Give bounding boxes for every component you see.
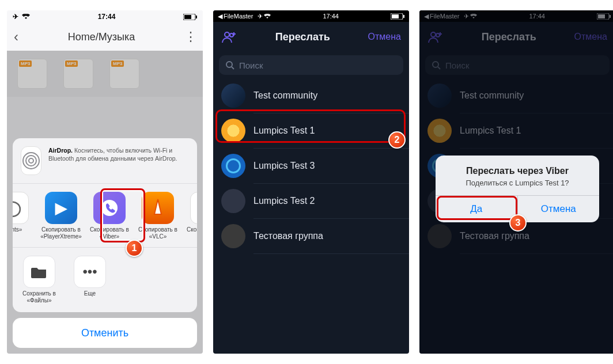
airdrop-row[interactable]: AirDrop. Коснитесь, чтобы включить Wi-Fi… bbox=[13, 138, 197, 183]
share-app-ments[interactable]: ◯ ments» bbox=[13, 192, 33, 241]
battery-icon bbox=[183, 14, 197, 20]
chat-name: Lumpics Test 3 bbox=[253, 161, 315, 171]
screen-viber-forward: ◀ FileMaster ✈ 17:44 Переслать Отмена По… bbox=[213, 10, 409, 354]
chat-name: Lumpics Test 2 bbox=[253, 196, 315, 206]
annotation-badge-2: 2 bbox=[388, 131, 406, 149]
svg-point-4 bbox=[26, 156, 36, 166]
chat-list: Test community Lumpics Test 1 Lumpics Te… bbox=[213, 78, 409, 254]
confirm-alert: Переслать через Viber Поделиться с Lumpi… bbox=[436, 156, 599, 222]
share-actions-row: Сохранить в «Файлы» ••• Еще bbox=[13, 248, 197, 312]
chat-row-lumpics-3[interactable]: Lumpics Test 3 bbox=[213, 149, 409, 183]
action-save-files[interactable]: Сохранить в «Файлы» bbox=[18, 256, 60, 304]
app-icon: ◯ bbox=[13, 192, 29, 224]
chat-row-lumpics-2[interactable]: Lumpics Test 2 bbox=[213, 184, 409, 218]
airplane-icon: ✈ bbox=[258, 13, 263, 20]
ellipsis-icon: ••• bbox=[74, 256, 106, 288]
vlc-icon bbox=[142, 192, 174, 224]
alert-cancel-button[interactable]: Отмена bbox=[517, 196, 600, 222]
alert-title: Переслать через Viber bbox=[445, 166, 590, 176]
avatar bbox=[221, 119, 245, 143]
app-icon bbox=[190, 192, 197, 224]
alert-message: Поделиться с Lumpics Test 1? bbox=[445, 179, 590, 187]
app-label: ments» bbox=[13, 226, 22, 241]
chat-name: Test community bbox=[253, 90, 317, 101]
viber-icon bbox=[93, 192, 126, 224]
share-app-more[interactable]: Скопировать в bbox=[186, 192, 197, 241]
svg-rect-2 bbox=[196, 16, 197, 18]
action-more[interactable]: ••• Еще bbox=[69, 256, 111, 304]
back-icon[interactable]: ‹ bbox=[14, 29, 18, 45]
svg-point-3 bbox=[29, 158, 33, 163]
status-bar: ✈ 17:44 bbox=[7, 10, 203, 23]
alert-yes-button[interactable]: Да bbox=[436, 196, 517, 222]
share-apps-row[interactable]: ◯ ments» ▶ Скопировать в «PlayerXtreme» … bbox=[13, 184, 197, 247]
chevron-left-icon: ◀ bbox=[218, 13, 222, 20]
back-to-app[interactable]: ◀ FileMaster ✈ bbox=[218, 13, 271, 20]
new-group-icon[interactable] bbox=[221, 30, 237, 44]
chat-name: Lumpics Test 1 bbox=[253, 126, 315, 136]
more-icon[interactable]: ⋮ bbox=[184, 29, 196, 44]
wifi-icon bbox=[22, 14, 30, 20]
status-time: 17:44 bbox=[323, 13, 339, 20]
viber-header: Переслать Отмена bbox=[213, 22, 409, 52]
avatar bbox=[221, 84, 245, 108]
annotation-badge-3: 3 bbox=[509, 214, 527, 232]
app-label: Скопировать в bbox=[187, 226, 197, 241]
cancel-button[interactable]: Отменить bbox=[13, 318, 197, 348]
airplane-icon: ✈ bbox=[13, 13, 18, 21]
search-placeholder: Поиск bbox=[239, 60, 263, 70]
svg-rect-1 bbox=[184, 15, 191, 19]
svg-point-10 bbox=[225, 32, 229, 37]
svg-point-12 bbox=[226, 62, 232, 67]
chat-row-test-group[interactable]: Тестовая группа bbox=[213, 219, 409, 253]
battery-icon bbox=[391, 13, 404, 20]
avatar bbox=[221, 224, 245, 248]
action-label: Сохранить в «Файлы» bbox=[18, 290, 60, 304]
play-icon: ▶ bbox=[45, 192, 77, 224]
chat-row-test-community[interactable]: Test community bbox=[213, 78, 409, 113]
svg-rect-8 bbox=[392, 14, 399, 18]
svg-point-6 bbox=[101, 200, 118, 216]
chat-name: Тестовая группа bbox=[253, 231, 323, 241]
wifi-icon bbox=[264, 14, 271, 19]
app-label: Скопировать в «VLC» bbox=[137, 226, 179, 241]
status-bar: ◀ FileMaster ✈ 17:44 bbox=[213, 10, 409, 22]
share-app-viber[interactable]: Скопировать в «Viber» bbox=[89, 192, 130, 241]
cancel-button[interactable]: Отмена bbox=[368, 32, 401, 42]
share-app-vlc[interactable]: Скопировать в «VLC» bbox=[137, 192, 179, 241]
airdrop-text: AirDrop. Коснитесь, чтобы включить Wi-Fi… bbox=[48, 146, 189, 162]
app-label: Скопировать в «PlayerXtreme» bbox=[40, 226, 82, 241]
airdrop-icon bbox=[21, 146, 41, 175]
header-title: Home/Музыка bbox=[68, 31, 135, 43]
file-app-header: ‹ Home/Музыка ⋮ bbox=[7, 23, 203, 51]
search-input[interactable]: Поиск bbox=[219, 55, 403, 75]
app-label: Скопировать в «Viber» bbox=[89, 226, 130, 241]
chat-row-lumpics-1[interactable]: Lumpics Test 1 bbox=[213, 113, 409, 148]
status-time: 17:44 bbox=[98, 13, 116, 21]
svg-rect-9 bbox=[403, 15, 404, 18]
ios-share-sheet: AirDrop. Коснитесь, чтобы включить Wi-Fi… bbox=[13, 138, 197, 348]
annotation-badge-1: 1 bbox=[126, 240, 143, 257]
search-icon bbox=[226, 61, 234, 70]
screen-share-sheet: ✈ 17:44 ‹ Home/Музыка ⋮ Ai bbox=[7, 10, 203, 354]
folder-icon bbox=[23, 256, 55, 288]
avatar bbox=[221, 154, 245, 178]
header-title: Переслать bbox=[275, 31, 330, 43]
avatar bbox=[221, 189, 245, 213]
screen-viber-confirm: ◀ FileMaster ✈ 17:44 Переслать Отмена По… bbox=[419, 10, 613, 354]
share-app-playerxtreme[interactable]: ▶ Скопировать в «PlayerXtreme» bbox=[40, 192, 82, 241]
action-label: Еще bbox=[84, 290, 96, 297]
